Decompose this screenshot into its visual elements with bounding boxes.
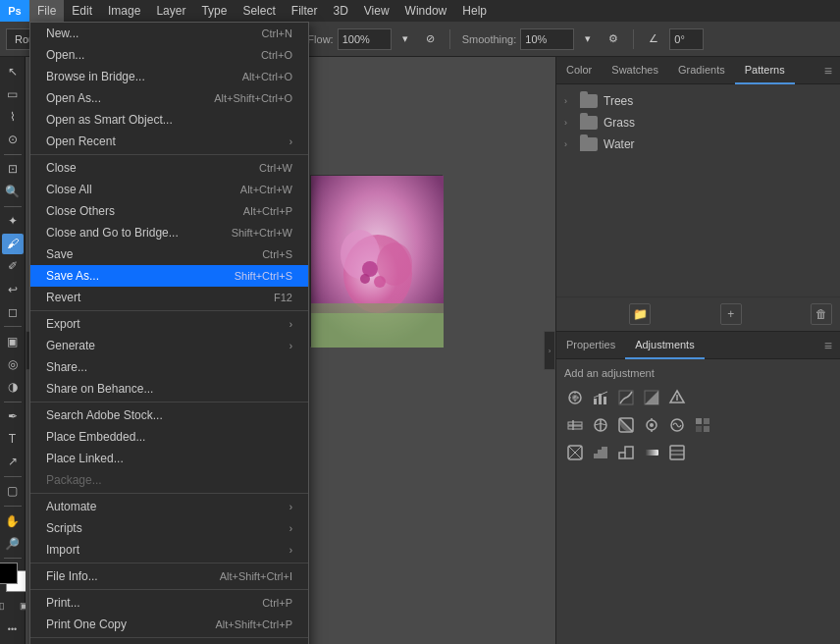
menu-item-browse-in-bridge---[interactable]: Browse in Bridge...Alt+Ctrl+O — [30, 66, 308, 87]
menu-item-open-as-smart-object---[interactable]: Open as Smart Object... — [30, 109, 308, 131]
menu-item-close-others[interactable]: Close OthersAlt+Ctrl+P — [30, 200, 308, 222]
menu-select[interactable]: Select — [235, 0, 283, 22]
spot-healing-tool[interactable]: ✦ — [2, 211, 24, 232]
menu-item-new---[interactable]: New...Ctrl+N — [30, 23, 308, 44]
black-white-btn[interactable] — [615, 414, 637, 436]
new-pattern-btn[interactable]: + — [720, 303, 742, 325]
menu-item-revert[interactable]: RevertF12 — [30, 287, 308, 308]
zoom-tool[interactable]: 🔎 — [2, 533, 24, 554]
menu-item-print-one-copy[interactable]: Print One CopyAlt+Shift+Ctrl+P — [30, 614, 308, 635]
menu-layer[interactable]: Layer — [148, 0, 193, 22]
gradient-tool[interactable]: ▣ — [2, 331, 24, 351]
menu-help[interactable]: Help — [454, 0, 495, 22]
color-lookup-btn[interactable] — [692, 414, 713, 436]
airbrush-btn[interactable]: ⊘ — [419, 29, 442, 48]
menu-item-import[interactable]: Import› — [30, 539, 308, 561]
shape-tool[interactable]: ▢ — [2, 481, 24, 502]
levels-btn[interactable] — [590, 387, 611, 408]
menu-item-close[interactable]: CloseCtrl+W — [30, 157, 308, 179]
menu-item-search-adobe-stock---[interactable]: Search Adobe Stock... — [30, 404, 308, 426]
smoothing-dropdown[interactable]: ▾ — [578, 29, 598, 48]
type-tool[interactable]: T — [2, 429, 24, 450]
hue-sat-btn[interactable] — [564, 414, 586, 436]
menu-item-close-and-go-to-bridge---[interactable]: Close and Go to Bridge...Shift+Ctrl+W — [30, 222, 308, 243]
move-tool[interactable]: ↖ — [2, 61, 24, 81]
dodge-tool[interactable]: ◑ — [2, 376, 24, 397]
menu-item-open---[interactable]: Open...Ctrl+O — [30, 44, 308, 66]
tab-swatches[interactable]: Swatches — [602, 57, 668, 84]
pen-tool[interactable]: ✒ — [2, 406, 24, 427]
selective-color-btn[interactable] — [666, 442, 688, 463]
channel-mixer-btn[interactable] — [666, 414, 688, 436]
menu-file[interactable]: File — [29, 0, 64, 22]
menu-item-export[interactable]: Export› — [30, 313, 308, 335]
menu-item-close-all[interactable]: Close AllAlt+Ctrl+W — [30, 179, 308, 200]
menu-item-scripts[interactable]: Scripts› — [30, 517, 308, 539]
panel-menu-btn[interactable]: ≡ — [816, 63, 840, 79]
curves-btn[interactable] — [615, 387, 637, 408]
menu-image[interactable]: Image — [100, 0, 148, 22]
menu-item-place-linked---[interactable]: Place Linked... — [30, 448, 308, 469]
menu-item-share---[interactable]: Share... — [30, 356, 308, 378]
flow-dropdown[interactable]: ▾ — [395, 29, 415, 48]
menu-item-print---[interactable]: Print...Ctrl+P — [30, 592, 308, 614]
hand-tool[interactable]: ✋ — [2, 510, 24, 531]
blur-tool[interactable]: ◎ — [2, 353, 24, 374]
photo-filter-btn[interactable] — [641, 414, 662, 436]
invert-btn[interactable] — [564, 442, 586, 463]
foreground-color-swatch[interactable] — [0, 563, 18, 584]
threshold-btn[interactable] — [615, 442, 637, 463]
flow-input[interactable] — [338, 28, 392, 50]
exposure-btn[interactable] — [641, 387, 662, 408]
menu-item-place-embedded---[interactable]: Place Embedded... — [30, 426, 308, 448]
tab-adjustments[interactable]: Adjustments — [625, 332, 705, 359]
angle-btn[interactable]: ∠ — [642, 29, 665, 48]
path-selection-tool[interactable]: ↗ — [2, 452, 24, 472]
pattern-item-grass[interactable]: › Grass — [556, 112, 840, 134]
brightness-contrast-btn[interactable] — [564, 387, 586, 408]
smoothing-options-btn[interactable]: ⚙ — [602, 29, 625, 48]
selection-tool[interactable]: ▭ — [2, 83, 24, 104]
more-tools-btn[interactable]: ••• — [2, 618, 24, 640]
menu-item-open-recent[interactable]: Open Recent› — [30, 131, 308, 152]
history-brush-tool[interactable]: ↩ — [2, 279, 24, 299]
lasso-tool[interactable]: ⌇ — [2, 106, 24, 127]
menu-3d[interactable]: 3D — [325, 0, 355, 22]
pattern-item-water[interactable]: › Water — [556, 134, 840, 155]
menu-item-share-on-behance---[interactable]: Share on Behance... — [30, 378, 308, 400]
color-balance-btn[interactable] — [590, 414, 611, 436]
crop-tool[interactable]: ⊡ — [2, 158, 24, 179]
menu-type[interactable]: Type — [193, 0, 235, 22]
menu-item-generate[interactable]: Generate› — [30, 335, 308, 356]
adj-menu-btn[interactable]: ≡ — [816, 338, 840, 353]
quick-mask-btn[interactable]: ◧ — [0, 595, 12, 617]
tab-color[interactable]: Color — [556, 57, 602, 84]
vibrance-btn[interactable] — [666, 387, 688, 408]
clone-stamp-tool[interactable]: ✐ — [2, 256, 24, 277]
eraser-tool[interactable]: ◻ — [2, 301, 24, 322]
angle-input[interactable] — [669, 28, 704, 50]
tab-patterns[interactable]: Patterns — [735, 57, 795, 84]
collapse-right-btn[interactable]: › — [544, 331, 555, 370]
menu-item-exit[interactable]: ExitCtrl+Q — [30, 640, 308, 644]
eyedropper-tool[interactable]: 🔍 — [2, 182, 24, 202]
new-group-btn[interactable]: 📁 — [629, 303, 651, 325]
menu-window[interactable]: Window — [397, 0, 455, 22]
delete-pattern-btn[interactable]: 🗑 — [811, 303, 832, 325]
quick-select-tool[interactable]: ⊙ — [2, 129, 24, 149]
menu-item-save[interactable]: SaveCtrl+S — [30, 243, 308, 265]
menu-item-automate[interactable]: Automate› — [30, 496, 308, 517]
brush-tool[interactable]: 🖌 — [2, 234, 24, 254]
posterize-btn[interactable] — [590, 442, 611, 463]
tab-properties[interactable]: Properties — [556, 332, 625, 359]
menu-item-file-info---[interactable]: File Info...Alt+Shift+Ctrl+I — [30, 565, 308, 587]
menu-edit[interactable]: Edit — [64, 0, 100, 22]
menu-item-save-as---[interactable]: Save As...Shift+Ctrl+S — [30, 265, 308, 287]
pattern-item-trees[interactable]: › Trees — [556, 90, 840, 112]
tab-gradients[interactable]: Gradients — [668, 57, 735, 84]
menu-filter[interactable]: Filter — [284, 0, 326, 22]
menu-item-open-as---[interactable]: Open As...Alt+Shift+Ctrl+O — [30, 87, 308, 109]
menu-view[interactable]: View — [356, 0, 397, 22]
gradient-map-btn[interactable] — [641, 442, 662, 463]
smoothing-input[interactable] — [520, 28, 574, 50]
